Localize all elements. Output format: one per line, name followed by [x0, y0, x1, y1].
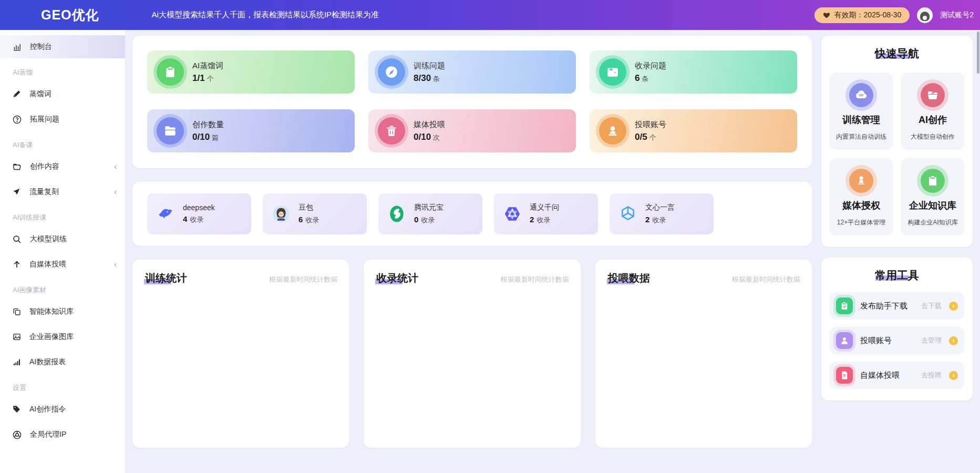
- quick-nav-card-ai-creation[interactable]: AI创作 大模型自动创作: [901, 73, 964, 150]
- quick-nav-card-title: 训练管理: [842, 114, 880, 126]
- chart-panel-feed-data: 投喂数据 根据最新时间统计数据: [595, 260, 812, 448]
- validity-badge: 有效期：2025-08-30: [814, 7, 910, 23]
- go-arrow-icon: ›: [949, 371, 958, 380]
- tool-label: 发布助手下载: [860, 301, 914, 311]
- document-icon: [836, 367, 853, 384]
- stat-unit: 篇: [212, 133, 219, 141]
- platform-name: 豆包: [298, 203, 319, 212]
- cloud-icon: [849, 83, 873, 107]
- folder-open-icon: [13, 162, 22, 171]
- chart-subtitle: 根据最新时间统计数据: [501, 275, 569, 284]
- quick-nav-card-enterprise-kb[interactable]: 企业知识库 构建企业AI知识库: [901, 158, 964, 235]
- sidebar-item-creation-content[interactable]: 创作内容 ‹: [0, 155, 125, 178]
- sidebar-item-media-feed[interactable]: 自媒体投喂 ‹: [0, 253, 125, 276]
- clipboard-icon: [921, 169, 945, 193]
- stat-value: 0/5: [635, 132, 647, 142]
- sidebar-item-expand-questions[interactable]: 拓展问题: [0, 108, 125, 131]
- qianwen-star-icon: [502, 204, 522, 224]
- sidebar-section-title: 设置: [0, 376, 125, 398]
- chart-subtitle: 根据最新时间统计数据: [732, 275, 800, 284]
- platform-card-doubao: 豆包 6收录: [263, 193, 367, 234]
- user-icon: [836, 332, 853, 349]
- stat-value: 0/10: [192, 132, 210, 142]
- sidebar-item-label: 流量复刻: [29, 187, 106, 197]
- sidebar-item-label: 自媒体投喂: [29, 260, 106, 269]
- quick-nav-card-training[interactable]: 训练管理 内置算法自动训练: [830, 73, 893, 150]
- stat-card-indexed-questions: 收录问题 6条: [590, 50, 797, 94]
- stat-card-media-feed: 媒体投喂 0/10次: [368, 109, 576, 152]
- stat-label: 收录问题: [635, 61, 666, 71]
- sidebar-item-ai-instruction[interactable]: AI创作指令: [0, 398, 125, 421]
- search-icon: [13, 235, 22, 244]
- folder-icon: [157, 117, 184, 145]
- app-header: GEO优化 Ai大模型搜索结果千人千面，报表检测结果以系统IP检测结果为准 有效…: [0, 0, 980, 30]
- globe-icon: [13, 430, 22, 439]
- platform-unit: 收录: [190, 215, 203, 223]
- signal-bars-icon: [13, 358, 21, 366]
- sidebar-item-label: 拓展问题: [30, 115, 117, 124]
- platform-name: 通义千问: [530, 203, 559, 212]
- sidebar-item-traffic-replica[interactable]: 流量复刻 ‹: [0, 180, 125, 203]
- heart-icon: [823, 12, 830, 19]
- stat-unit: 个: [649, 133, 656, 141]
- sidebar-item-model-training[interactable]: 大模型训练: [0, 228, 125, 251]
- chevron-left-icon[interactable]: ‹: [114, 162, 117, 171]
- quick-nav-card-title: 媒体授权: [842, 199, 880, 212]
- sidebar-item-label: 智能体知识库: [29, 307, 117, 316]
- sidebar-item-console[interactable]: 控制台: [0, 35, 125, 58]
- platform-unit: 收录: [305, 216, 319, 224]
- avatar[interactable]: [917, 7, 933, 23]
- platform-name: deepseek: [183, 203, 215, 212]
- sidebar-item-global-proxy[interactable]: 全局代理IP: [0, 423, 125, 446]
- tool-action: 去下载: [921, 301, 942, 311]
- platform-count: 2: [645, 215, 649, 224]
- sidebar-item-distill-words[interactable]: 蒸馏词: [0, 83, 125, 106]
- chart-title: 投喂数据: [607, 271, 651, 285]
- stat-label: AI蒸馏词: [192, 61, 223, 71]
- tool-row-media-feed[interactable]: 自媒体投喂 去投喂 ›: [830, 362, 964, 389]
- yuanbao-swirl-icon: [387, 204, 407, 224]
- platform-card-yuanbao: 腾讯元宝 0收录: [378, 193, 482, 234]
- main-content: AI蒸馏词 1/1个 训练问题 8/30条: [125, 30, 816, 473]
- clipboard-check-icon: [836, 297, 853, 314]
- quick-nav-panel: 快速导航 训练管理 内置算法自动训练 AI创作 大模型自动创作: [821, 36, 973, 247]
- platform-unit: 收录: [652, 216, 666, 224]
- sidebar-section-title: AI备课: [0, 133, 125, 155]
- scrollbar-thumb[interactable]: [977, 32, 979, 74]
- platform-name: 文心一言: [645, 203, 675, 212]
- stat-value: 6: [635, 73, 639, 83]
- doubao-avatar-icon: [271, 204, 291, 224]
- sidebar-section-title: AI画像素材: [0, 278, 125, 300]
- app-logo: GEO优化: [41, 6, 99, 24]
- platform-count: 0: [414, 215, 418, 224]
- sidebar-item-data-report[interactable]: AI数据报表: [0, 351, 125, 374]
- user-stamp-icon: [599, 117, 626, 145]
- chevron-left-icon[interactable]: ‹: [114, 188, 117, 196]
- deepseek-whale-icon: [156, 204, 176, 224]
- sidebar-item-label: 控制台: [30, 42, 117, 52]
- tool-row-publish-assistant[interactable]: 发布助手下载 去下载 ›: [830, 292, 964, 320]
- quick-nav-card-desc: 构建企业AI知识库: [907, 218, 957, 227]
- tool-row-feed-accounts[interactable]: 投喂账号 去管理 ›: [830, 327, 964, 354]
- stat-card-creation-count: 创作数量 0/10篇: [147, 109, 355, 152]
- sidebar-item-agent-kb[interactable]: 智能体知识库: [0, 300, 125, 323]
- chart-title: 训练统计: [144, 271, 188, 285]
- platform-card-wenxin: 文心一言 2收录: [610, 193, 714, 234]
- stat-label: 投喂账号: [635, 120, 666, 130]
- stat-unit: 次: [433, 133, 440, 141]
- platform-card-deepseek: deepseek 4收录: [147, 193, 251, 234]
- chart-panel-training-stats: 训练统计 根据最新时间统计数据: [132, 260, 349, 448]
- sidebar-item-image-gallery[interactable]: 企业画像图库: [0, 325, 125, 348]
- sidebar-item-label: 企业画像图库: [29, 332, 117, 342]
- sidebar-item-label: 大模型训练: [30, 234, 117, 244]
- tools-title: 常用工具: [830, 268, 964, 283]
- quick-nav-card-media-auth[interactable]: 媒体授权 12+平台媒体管理: [830, 158, 893, 235]
- chevron-left-icon[interactable]: ‹: [114, 260, 117, 269]
- quick-nav-card-desc: 内置算法自动训练: [836, 132, 886, 141]
- stat-label: 媒体投喂: [414, 120, 445, 130]
- stat-card-training-questions: 训练问题 8/30条: [368, 50, 576, 94]
- quick-nav-title: 快速导航: [830, 46, 964, 61]
- clipboard-icon: [157, 58, 184, 86]
- stats-panel: AI蒸馏词 1/1个 训练问题 8/30条: [132, 36, 812, 168]
- platforms-panel: deepseek 4收录 豆包 6收录 腾讯元宝 0收录: [132, 182, 812, 246]
